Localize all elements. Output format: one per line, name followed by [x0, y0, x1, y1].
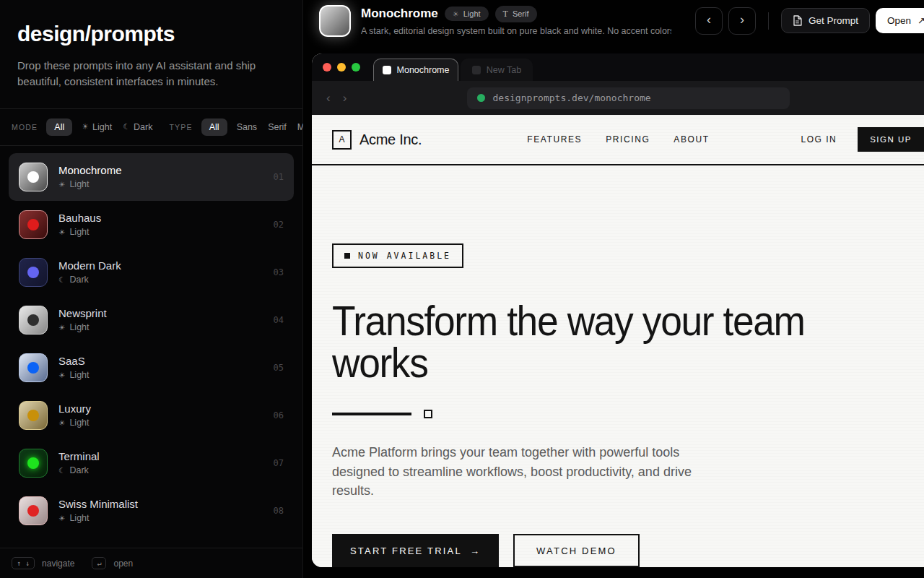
get-prompt-button[interactable]: Get Prompt [781, 8, 870, 33]
divider-square-icon [424, 410, 432, 418]
hero-divider [332, 410, 924, 418]
open-button[interactable]: Open ↗ [876, 8, 924, 33]
tab-label: Monochrome [397, 65, 450, 75]
enter-key-icon: ↵ [92, 557, 106, 569]
arrow-keys-icon: ↑ ↓ [12, 557, 35, 569]
preview-header: Monochrome ☀ Light T Serif A stark, edit… [303, 0, 924, 41]
theme-item-modern-dark[interactable]: Modern Dark ☾ Dark 03 [9, 249, 294, 296]
theme-item-luxury[interactable]: Luxury ☀ Light 06 [9, 392, 294, 439]
tab-favicon [472, 66, 481, 74]
theme-dot-icon [27, 267, 39, 278]
sun-icon: ☀ [82, 122, 89, 131]
theme-thumbnail [19, 258, 48, 287]
theme-mode-label: Dark [69, 465, 88, 475]
theme-name: Monochrome [58, 164, 122, 176]
minimize-window-button[interactable] [337, 63, 346, 72]
theme-dot-icon [27, 219, 39, 230]
nav-link-about[interactable]: ABOUT [674, 134, 709, 144]
watch-demo-button[interactable]: WATCH DEMO [513, 534, 640, 567]
app-subtitle: Drop these prompts into any AI assistant… [17, 58, 277, 90]
mode-filter-dark[interactable]: ☾ Dark [121, 118, 154, 136]
browser-back-button[interactable]: ‹ [326, 91, 331, 105]
browser-toolbar: ‹ › designprompts.dev/monochrome [312, 81, 924, 115]
get-prompt-label: Get Prompt [808, 15, 858, 26]
divider [768, 12, 769, 30]
maximize-window-button[interactable] [352, 63, 360, 72]
app-title: design/prompts [17, 22, 285, 46]
secure-site-dot-icon [477, 94, 485, 102]
site-nav: FEATURES PRICING ABOUT [527, 134, 709, 144]
theme-dot-icon [27, 457, 39, 469]
theme-number: 02 [274, 220, 284, 230]
theme-preview-icon [319, 5, 351, 37]
start-free-trial-button[interactable]: START FREE TRIAL → [332, 534, 499, 567]
sun-icon: ☀ [453, 10, 459, 18]
moon-icon: ☾ [58, 466, 65, 475]
arrow-up-right-icon: ↗ [918, 15, 924, 26]
mode-filter-light[interactable]: ☀ Light [80, 118, 113, 136]
square-bullet-icon [344, 253, 350, 259]
theme-item-saas[interactable]: SaaS ☀ Light 05 [9, 344, 294, 392]
theme-item-newsprint[interactable]: Newsprint ☀ Light 04 [9, 296, 294, 344]
site-header: A Acme Inc. FEATURES PRICING ABOUT LOG I… [312, 115, 924, 165]
mode-filter-light-label: Light [92, 122, 112, 132]
divider-line [332, 413, 411, 415]
theme-mode-label: Light [69, 322, 89, 332]
nav-link-pricing[interactable]: PRICING [606, 134, 650, 144]
next-theme-button[interactable]: › [728, 7, 756, 35]
nav-link-features[interactable]: FEATURES [527, 134, 582, 144]
navigate-hint: navigate [42, 558, 74, 569]
theme-thumbnail [19, 401, 48, 430]
previous-theme-button[interactable]: ‹ [695, 7, 723, 35]
theme-thumbnail [19, 306, 48, 335]
type-badge: T Serif [495, 6, 537, 22]
theme-dot-icon [27, 171, 39, 183]
tab-new-tab[interactable]: New Tab [461, 59, 533, 81]
theme-item-monochrome[interactable]: Monochrome ☀ Light 01 [9, 153, 294, 201]
preview-title: Monochrome [361, 7, 438, 21]
log-in-link[interactable]: LOG IN [801, 134, 837, 144]
theme-mode-label: Dark [69, 275, 88, 285]
watch-demo-label: WATCH DEMO [536, 545, 616, 556]
type-filter-sans[interactable]: Sans [235, 118, 259, 136]
theme-dot-icon [27, 410, 39, 421]
browser-window: Monochrome New Tab ‹ › designprompts.dev… [312, 53, 924, 567]
hero-section: NOW AVAILABLE Transform the way your tea… [312, 165, 924, 567]
site-content: A Acme Inc. FEATURES PRICING ABOUT LOG I… [312, 115, 924, 567]
theme-number: 07 [274, 458, 284, 468]
theme-dot-icon [27, 314, 39, 326]
open-hint: open [113, 558, 133, 569]
theme-item-swiss-minimalist[interactable]: Swiss Minimalist ☀ Light 08 [9, 487, 294, 535]
theme-item-terminal[interactable]: Terminal ☾ Dark 07 [9, 439, 294, 487]
type-filter-serif[interactable]: Serif [266, 118, 288, 136]
theme-thumbnail [19, 449, 48, 478]
theme-dot-icon [27, 505, 39, 517]
sun-icon: ☀ [58, 514, 65, 522]
type-filter-all[interactable]: All [201, 118, 227, 136]
mode-filter-dark-label: Dark [134, 122, 152, 132]
type-filter-label: TYPE [169, 123, 192, 131]
site-logo[interactable]: A Acme Inc. [332, 130, 422, 150]
sun-icon: ☀ [58, 228, 65, 236]
mode-filter-all[interactable]: All [46, 118, 72, 136]
theme-item-bauhaus[interactable]: Bauhaus ☀ Light 02 [9, 201, 294, 249]
tab-monochrome[interactable]: Monochrome [373, 59, 458, 81]
serif-type-icon: T [503, 9, 508, 20]
mode-badge: ☀ Light [445, 7, 489, 21]
theme-name: Newsprint [58, 307, 107, 319]
url-text: designprompts.dev/monochrome [493, 92, 651, 103]
theme-thumbnail [19, 210, 48, 239]
theme-number: 03 [274, 267, 284, 277]
browser-forward-button[interactable]: › [343, 91, 347, 105]
theme-mode-label: Light [69, 370, 89, 380]
sign-up-button[interactable]: SIGN UP [858, 127, 924, 152]
sun-icon: ☀ [58, 418, 65, 427]
theme-name: Luxury [58, 402, 91, 415]
logo-text: Acme Inc. [359, 131, 422, 148]
theme-list: Monochrome ☀ Light 01 Bauhaus ☀ Light 02 [0, 146, 302, 548]
chevron-right-icon: › [740, 12, 744, 27]
url-bar[interactable]: designprompts.dev/monochrome [467, 87, 790, 109]
document-icon [793, 15, 802, 26]
close-window-button[interactable] [323, 63, 331, 72]
sun-icon: ☀ [58, 371, 65, 379]
